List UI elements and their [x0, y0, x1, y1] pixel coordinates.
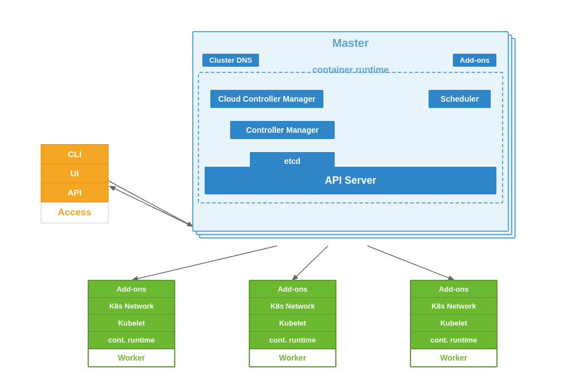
worker1-addons: Add-ons — [89, 281, 174, 298]
api-server-box: API Server — [205, 167, 496, 194]
worker1-runtime: cont. runtime — [89, 332, 174, 349]
worker-node-2: Add-ons K8s Network Kubelet cont. runtim… — [249, 280, 336, 367]
worker2-runtime: cont. runtime — [250, 332, 335, 349]
cloud-controller-box: Cloud Controller Manager — [210, 90, 323, 108]
worker2-addons: Add-ons — [250, 281, 335, 298]
worker3-network: K8s Network — [411, 298, 496, 315]
worker1-label: Worker — [89, 349, 174, 366]
scheduler-box: Scheduler — [429, 90, 491, 108]
master-layer-1: Master Cluster DNS Add-ons container run… — [192, 31, 509, 232]
container-runtime-box: container runtime Cloud Controller Manag… — [198, 72, 503, 203]
worker3-runtime: cont. runtime — [411, 332, 496, 349]
worker2-network: K8s Network — [250, 298, 335, 315]
master-outer: Master Cluster DNS Add-ons container run… — [192, 31, 520, 246]
container-runtime-title: container runtime — [199, 65, 502, 75]
api-to-worker2-arrow — [293, 246, 328, 280]
worker2-label: Worker — [250, 349, 335, 366]
access-to-master-arrow — [109, 181, 192, 226]
master-title: Master — [193, 37, 508, 50]
api-box: API — [41, 183, 109, 202]
worker1-network: K8s Network — [89, 298, 174, 315]
worker1-kubelet: Kubelet — [89, 315, 174, 332]
access-label: Access — [41, 202, 109, 223]
ui-box: UI — [41, 164, 109, 183]
worker2-kubelet: Kubelet — [250, 315, 335, 332]
api-to-worker3-arrow — [368, 246, 453, 280]
api-to-worker1-arrow — [133, 246, 277, 280]
diagram-container: CLI UI API Access Master Cluster DNS Add… — [0, 0, 588, 390]
worker3-kubelet: Kubelet — [411, 315, 496, 332]
access-panel: CLI UI API Access — [41, 144, 109, 223]
worker3-label: Worker — [411, 349, 496, 366]
worker-node-1: Add-ons K8s Network Kubelet cont. runtim… — [88, 280, 175, 367]
worker3-addons: Add-ons — [411, 281, 496, 298]
master-to-access-arrow — [110, 187, 198, 229]
worker-node-3: Add-ons K8s Network Kubelet cont. runtim… — [410, 280, 498, 367]
cli-box: CLI — [41, 144, 109, 164]
controller-manager-box: Controller Manager — [230, 121, 335, 139]
